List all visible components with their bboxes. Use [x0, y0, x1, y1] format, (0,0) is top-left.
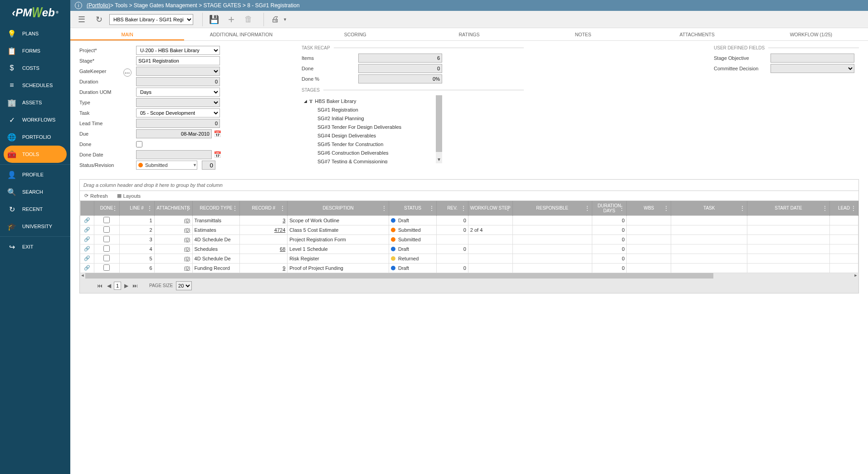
- record-number-cell[interactable]: 68: [240, 244, 288, 254]
- nav-item-portfolio[interactable]: 🌐 PORTFOLIO: [0, 128, 70, 146]
- column-header[interactable]: START DATE⋮: [747, 201, 830, 215]
- row-done-checkbox[interactable]: [103, 236, 110, 242]
- column-header[interactable]: WORKFLOW STEP⋮: [468, 201, 512, 215]
- done-checkbox[interactable]: [136, 141, 142, 147]
- tree-item[interactable]: SG#4 Design Deliverables: [302, 132, 442, 140]
- save-icon[interactable]: 💾: [207, 13, 221, 26]
- done-cell[interactable]: [94, 244, 119, 254]
- row-done-checkbox[interactable]: [103, 255, 110, 261]
- list-view-icon[interactable]: ☰: [75, 13, 88, 26]
- done-cell[interactable]: [94, 235, 119, 244]
- table-row[interactable]: 🔗 1 (0) Transmittals 3 Scope of Work Out…: [80, 215, 858, 225]
- tab-main[interactable]: MAIN: [70, 28, 184, 40]
- table-row[interactable]: 🔗 5 (0) 4D Schedule De Risk Register Ret…: [80, 254, 858, 263]
- row-done-checkbox[interactable]: [103, 245, 110, 252]
- column-menu-icon[interactable]: ⋮: [147, 205, 152, 211]
- scroll-left-icon[interactable]: ◄: [80, 273, 85, 279]
- column-menu-icon[interactable]: ⋮: [280, 205, 285, 211]
- page-size-select[interactable]: 20: [176, 281, 192, 290]
- table-row[interactable]: 🔗 4 (0) Schedules 68 Level 1 Schedule Dr…: [80, 244, 858, 254]
- tab-attachments[interactable]: ATTACHMENTS: [640, 28, 754, 40]
- tree-root-item[interactable]: ◢THBS Baker Library: [302, 97, 442, 106]
- link-icon[interactable]: 🔗: [80, 215, 94, 225]
- row-done-checkbox[interactable]: [103, 217, 110, 223]
- table-row[interactable]: 🔗 3 (0) 4D Schedule De Project Registrat…: [80, 235, 858, 244]
- first-page-button[interactable]: ⏮: [96, 282, 104, 290]
- link-icon[interactable]: 🔗: [80, 225, 94, 235]
- column-header[interactable]: [80, 201, 94, 215]
- nav-item-tools[interactable]: 🧰 TOOLS: [4, 146, 67, 163]
- print-dropdown-icon[interactable]: ▼: [283, 17, 287, 22]
- column-header[interactable]: ATTACHMENTS⋮: [154, 201, 192, 215]
- column-menu-icon[interactable]: ⋮: [822, 205, 828, 211]
- nav-item-recent[interactable]: ↻ RECENT: [0, 200, 70, 218]
- nav-item-assets[interactable]: 🏢 ASSETS: [0, 94, 70, 111]
- refresh-button[interactable]: ⟳Refresh: [84, 193, 108, 199]
- calendar-icon[interactable]: 📅: [213, 150, 222, 159]
- column-header[interactable]: RECORD TYPE⋮: [192, 201, 240, 215]
- scroll-right-icon[interactable]: ►: [853, 273, 858, 279]
- committee-decision-select[interactable]: [770, 64, 854, 73]
- row-done-checkbox[interactable]: [103, 226, 110, 233]
- nav-item-forms[interactable]: 📋 FORMS: [0, 42, 70, 59]
- nav-item-university[interactable]: 🎓 UNIVERSITY: [0, 218, 70, 235]
- nav-item-profile[interactable]: 👤 PROFILE: [0, 166, 70, 183]
- task-select[interactable]: 05 - Scope Development: [136, 108, 220, 117]
- nav-item-search[interactable]: 🔍 SEARCH: [0, 183, 70, 200]
- record-number-cell[interactable]: 9: [240, 263, 288, 273]
- scrollbar-thumb[interactable]: [436, 95, 442, 152]
- tree-item[interactable]: SG#1 Registration: [302, 106, 442, 114]
- done-cell[interactable]: [94, 215, 119, 225]
- column-menu-icon[interactable]: ⋮: [585, 205, 590, 211]
- column-menu-icon[interactable]: ⋮: [851, 205, 856, 211]
- row-done-checkbox[interactable]: [103, 264, 110, 271]
- column-header[interactable]: RECORD #⋮: [240, 201, 288, 215]
- record-number-cell[interactable]: [240, 254, 288, 263]
- stage-input[interactable]: [136, 56, 220, 65]
- attachments-cell[interactable]: (0): [154, 263, 192, 273]
- attachments-cell[interactable]: (0): [154, 225, 192, 235]
- print-icon[interactable]: 🖨: [268, 13, 282, 26]
- column-header[interactable]: LEAD⋮: [829, 201, 858, 215]
- done-cell[interactable]: [94, 263, 119, 273]
- attachments-cell[interactable]: (0): [154, 254, 192, 263]
- column-header[interactable]: RESPONSIBLE⋮: [512, 201, 592, 215]
- record-number-cell[interactable]: 4724: [240, 225, 288, 235]
- layouts-button[interactable]: ▦Layouts: [117, 193, 141, 199]
- column-menu-icon[interactable]: ⋮: [185, 205, 190, 211]
- revision-input[interactable]: [202, 161, 215, 170]
- horizontal-scrollbar[interactable]: ◄►: [80, 273, 858, 279]
- column-header[interactable]: WBS⋮: [627, 201, 671, 215]
- link-icon[interactable]: 🔗: [80, 254, 94, 263]
- leadtime-input[interactable]: [136, 119, 220, 128]
- tree-item[interactable]: SG#3 Tender For Design Deliverables: [302, 123, 442, 132]
- due-input[interactable]: [136, 129, 212, 138]
- column-header[interactable]: REV.⋮: [436, 201, 468, 215]
- next-page-button[interactable]: ▶: [122, 282, 130, 290]
- nav-item-exit[interactable]: ↪ EXIT: [0, 238, 70, 255]
- calendar-icon[interactable]: 📅: [213, 129, 222, 138]
- breadcrumb-portfolio[interactable]: (Portfolio): [87, 2, 110, 9]
- tab-additional-information[interactable]: ADDITIONAL INFORMATION: [184, 28, 298, 40]
- tree-item[interactable]: SG#2 Initial Planning: [302, 114, 442, 123]
- column-header[interactable]: DURATION DAYS⋮: [592, 201, 627, 215]
- column-header[interactable]: LINE #⋮: [119, 201, 154, 215]
- duration-input[interactable]: [136, 77, 220, 86]
- record-number-cell[interactable]: [240, 235, 288, 244]
- nav-item-schedules[interactable]: ≡ SCHEDULES: [0, 77, 70, 94]
- column-menu-icon[interactable]: ⋮: [429, 205, 434, 211]
- record-number-cell[interactable]: 3: [240, 215, 288, 225]
- table-row[interactable]: 🔗 2 (0) Estimates 4724 Class 5 Cost Esti…: [80, 225, 858, 235]
- collapse-icon[interactable]: ◢: [304, 97, 307, 106]
- project-select[interactable]: U-200 - HBS Baker Library: [136, 46, 220, 55]
- column-header[interactable]: STATUS⋮: [389, 201, 437, 215]
- type-select[interactable]: [136, 98, 220, 107]
- stage-objective-input[interactable]: [770, 54, 854, 63]
- column-menu-icon[interactable]: ⋮: [740, 205, 745, 211]
- prev-page-button[interactable]: ◀: [105, 282, 113, 290]
- table-row[interactable]: 🔗 6 (0) Funding Record 9 Proof of Projec…: [80, 263, 858, 273]
- link-icon[interactable]: 🔗: [80, 263, 94, 273]
- add-icon[interactable]: +: [224, 13, 238, 26]
- group-by-hint[interactable]: Drag a column header and drop it here to…: [80, 180, 858, 191]
- link-icon[interactable]: 🔗: [80, 244, 94, 254]
